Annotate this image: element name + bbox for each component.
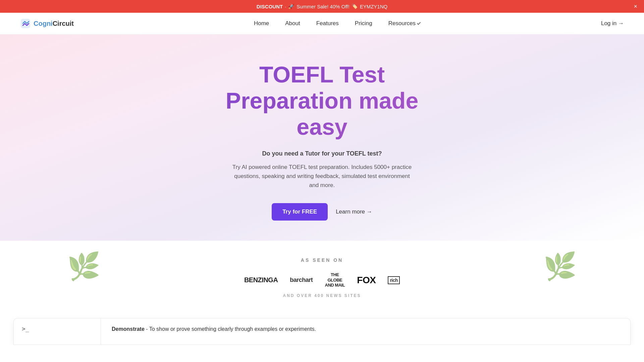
media-logos-row: BENZINGA barchart THE GLOBE AND MAIL FOX… [7, 272, 637, 288]
nav-resources[interactable]: Resources [388, 20, 421, 27]
hero-buttons: Try for FREE Learn more → [7, 203, 637, 221]
as-seen-on-section: 🌿 🌿 AS SEEN ON BENZINGA barchart THE GLO… [0, 241, 644, 311]
barchart-logo: barchart [290, 277, 313, 284]
main-nav: CogniCircuit Home About Features Pricing… [0, 13, 644, 35]
learn-more-link[interactable]: Learn more → [336, 208, 372, 215]
hero-title: TOEFL Test Preparation made easy [7, 61, 637, 140]
announcement-dot: · [285, 4, 286, 9]
benzinga-logo: BENZINGA [244, 276, 278, 284]
globe-and-mail-logo: THE GLOBE AND MAIL [325, 272, 345, 288]
resources-chevron-icon [417, 21, 421, 25]
as-seen-on-label: AS SEEN ON [7, 257, 637, 263]
laurel-left-icon: 🌿 [67, 251, 101, 282]
nav-pricing[interactable]: Pricing [355, 20, 372, 26]
demo-definition: - To show or prove something clearly thr… [145, 326, 316, 332]
demo-card-definition: Demonstrate - To show or prove something… [101, 318, 630, 345]
tag-emoji: 🏷️ [352, 3, 358, 9]
logo[interactable]: CogniCircuit [20, 18, 74, 29]
nav-features[interactable]: Features [316, 20, 339, 26]
sale-text: Summer Sale! 40% Off! [297, 4, 349, 9]
promo-code: EYMZY1NQ [360, 4, 388, 9]
demo-card: >_ Demonstrate - To show or prove someth… [13, 318, 631, 345]
logo-icon [20, 18, 31, 29]
laurel-right-icon: 🌿 [543, 251, 577, 282]
nav-links: Home About Features Pricing Resources [254, 20, 421, 27]
over-400-label: AND OVER 400 NEWS SITES [7, 293, 637, 298]
hero-subtitle: Do you need a Tutor for your TOEFL test? [7, 150, 637, 157]
demo-word: Demonstrate [112, 326, 145, 332]
announcement-bar: DISCOUNT · 🚀 Summer Sale! 40% Off! 🏷️ EY… [0, 0, 644, 13]
logo-cogni: Cogni [34, 20, 53, 27]
hero-description: Try AI powered online TOEFL test prepara… [231, 163, 413, 190]
nav-home[interactable]: Home [254, 20, 269, 26]
fox-logo: FOX [357, 275, 376, 286]
try-free-button[interactable]: Try for FREE [272, 203, 328, 221]
demo-card-prompt: >_ [14, 318, 101, 345]
rich-logo: rich [388, 276, 400, 284]
logo-circuit: Circuit [53, 20, 74, 27]
prompt-symbol: >_ [22, 325, 29, 332]
hero-section: TOEFL Test Preparation made easy Do you … [0, 35, 644, 241]
close-announcement-button[interactable]: × [634, 3, 637, 9]
nav-about[interactable]: About [285, 20, 300, 26]
login-button[interactable]: Log in → [601, 20, 624, 27]
discount-label: DISCOUNT [257, 4, 283, 9]
rocket-emoji: 🚀 [288, 3, 294, 9]
